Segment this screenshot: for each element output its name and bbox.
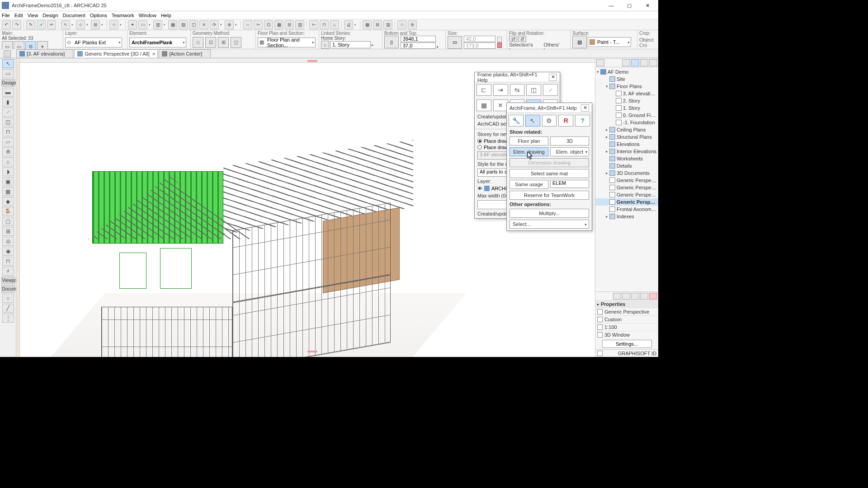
tool-a-button[interactable]: ▦ [168,20,177,29]
tool-o-button[interactable]: ▥ [383,20,392,29]
layer-dropdown[interactable]: ◇ AF Planks Ext ▸ [65,38,122,47]
tool-n-button[interactable]: ⊞ [373,20,382,29]
tool-i-button[interactable]: ▥ [295,20,304,29]
af-arrow-button[interactable]: ↖ [525,115,540,127]
trace-bar[interactable] [16,58,20,357]
tool-m-button[interactable]: ▦ [363,20,372,29]
column-tool[interactable]: ▮ [2,98,14,107]
nav-prop-button[interactable] [640,293,648,300]
door-tool[interactable]: ⊓ [2,127,14,136]
tree-item[interactable]: Elevations [595,141,658,148]
shell-tool[interactable]: ◗ [2,167,14,176]
nav-delete-button[interactable] [649,293,657,300]
fp-tool-5[interactable]: ⟋ [543,84,558,96]
tool-p-button[interactable]: ☆ [397,20,406,29]
geom-d[interactable]: ◫ [231,37,241,48]
grid-button[interactable]: ⊹ [109,20,118,29]
close-icon[interactable]: ✕ [152,52,156,56]
close-icon[interactable]: ✕ [549,74,557,81]
beam-tool[interactable]: ⟋ [2,108,14,117]
tree-item[interactable]: ▸Ceiling Plans [595,126,658,133]
chevron-down-icon[interactable]: ▾ [70,20,75,29]
af-gear-button[interactable]: ⚙ [542,115,557,127]
mesh-tool[interactable]: ⊞ [2,227,14,236]
flip-v-button[interactable]: ⇵ [518,36,526,42]
menu-document[interactable]: Document [63,13,85,18]
redo-button[interactable]: ↷ [12,20,21,29]
magic-button[interactable]: ✦ [128,20,137,29]
tool-h-button[interactable]: ⊞ [285,20,294,29]
eye-icon[interactable]: 👁 [477,186,482,191]
chevron-down-icon[interactable]: ▾ [234,20,238,29]
tree-item[interactable]: ▾Floor Plans [595,83,658,90]
tool-j-button[interactable]: ⊢ [309,20,318,29]
snap-button[interactable]: ⊹ [76,20,85,29]
curtain-tool[interactable]: ▦ [2,187,14,196]
fp-tool-4[interactable]: ◫ [526,84,541,96]
surface-icon[interactable]: ▧ [572,36,587,48]
menu-file[interactable]: File [2,13,10,18]
tree-item[interactable]: 0. Ground Floor [595,112,658,119]
tree-root[interactable]: ▾AF Demo [595,68,658,75]
tree-item[interactable]: Details [595,162,658,169]
same-usage-button[interactable]: Same usage [509,180,548,189]
chevron-down-icon[interactable]: ▾ [118,20,123,29]
geom-a[interactable]: ◇ [193,37,203,48]
wall-tool[interactable]: ▬ [2,88,14,97]
navigator-tree[interactable]: ▾AF DemoSite▾Floor Plans3. AF elevations… [595,67,658,291]
measure-button[interactable]: ↔ [243,20,252,29]
surface-dropdown[interactable]: Paint - T... ▸ [588,37,631,47]
settings-button[interactable]: Settings... [602,340,652,348]
elem-field[interactable]: ELEM [550,180,589,188]
menu-design[interactable]: Design [42,13,58,18]
menu-options[interactable]: Options [90,13,107,18]
chevron-right-icon[interactable]: ▸ [372,43,377,47]
filter-button[interactable]: ▥ [153,20,162,29]
chevron-down-icon[interactable]: ▾ [85,20,90,29]
fps-dropdown[interactable]: ▥ Floor Plan and Section... ▸ [258,38,316,47]
window-tool[interactable]: ◫ [2,117,14,127]
nav-project-button[interactable] [622,59,630,66]
morph-tool[interactable]: ◆ [2,197,14,206]
menu-window[interactable]: Window [139,13,156,18]
floor-plan-button[interactable]: Floor plan [509,136,548,145]
select-same-mat-button[interactable]: Select same mat [509,169,589,178]
undo-button[interactable]: ↶ [2,20,11,29]
tool-d-button[interactable]: ✕ [199,20,208,29]
chevron-down-icon[interactable]: ▾ [162,20,167,29]
fp-tool-3[interactable]: ⇆ [510,84,525,96]
tree-item[interactable]: -1. Foundation [595,119,658,126]
lamp-tool[interactable]: ◉ [2,247,14,256]
nav-pop-button[interactable] [596,59,604,66]
edit-button[interactable]: ✏ [47,20,56,29]
line-tool[interactable]: ╱ [2,304,14,313]
pick-button[interactable]: ✎ [26,20,35,29]
tool-e-button[interactable]: ✂ [254,20,263,29]
railing-tool[interactable]: ⊓ [2,257,14,266]
chevron-right-icon[interactable]: ▸ [437,45,441,49]
tab-elevations[interactable]: [3. AF elevations] [16,49,73,58]
multiply-button[interactable]: Multiply... [509,209,589,218]
fp-tool-7[interactable]: ✕ [493,99,508,111]
tab-action-center[interactable]: [Action Center] [159,49,211,58]
nav-new-button[interactable] [613,293,621,300]
menu-view[interactable]: View [28,13,38,18]
guide-button[interactable]: ⊞ [91,20,100,29]
tree-item[interactable]: ▸Interior Elevations [595,148,658,155]
stair-tool[interactable]: ⟰ [2,147,14,156]
tool-f-button[interactable]: ⊡ [264,20,273,29]
tab-3d-perspective[interactable]: Generic Perspective [3D / All] ✕ [74,49,158,58]
elem-object-button[interactable]: Elem. object▾ [550,147,589,156]
menu-help[interactable]: Help [161,13,171,18]
arrow-right-icon[interactable]: ▸ [597,302,599,306]
tree-item[interactable]: Generic Perspective [595,198,658,206]
element-dropdown[interactable]: ArchiFramePlank ▸ [129,38,186,47]
tree-item[interactable]: ▸3D Documents [595,169,658,177]
menu-teamwork[interactable]: Teamwork [112,13,134,18]
size-icon[interactable]: ▭ [448,36,462,49]
toolbox-header-viewpoint[interactable]: Viewpo [1,277,15,284]
af-help-button[interactable]: ? [575,115,590,127]
tool-q-button[interactable]: ⊜ [408,20,417,29]
geom-c[interactable]: ⊞ [218,37,229,48]
chevron-down-icon[interactable]: ▾ [100,20,104,29]
